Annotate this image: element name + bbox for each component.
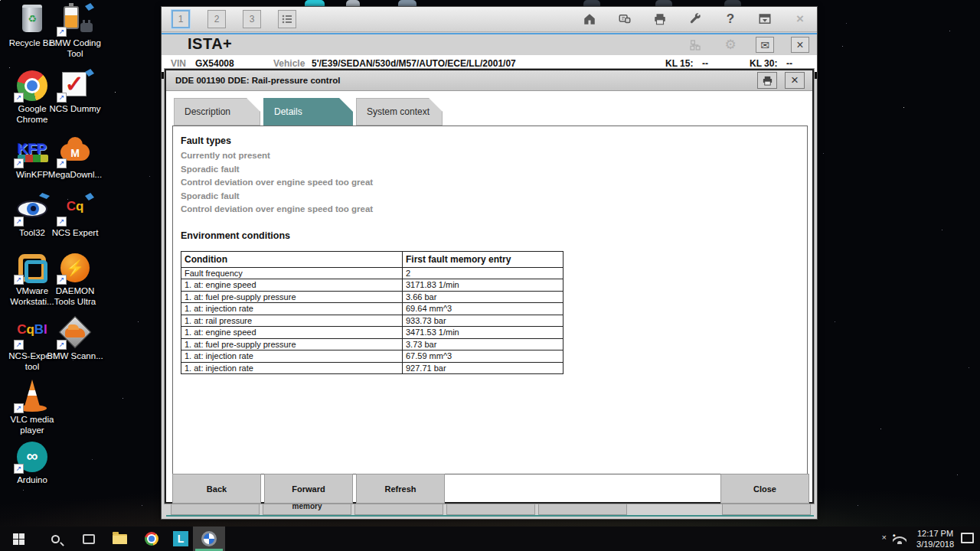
- flowchart-icon: [689, 39, 701, 51]
- list-icon: [282, 14, 292, 24]
- window-download-icon: [758, 12, 772, 26]
- desktop-icon-label: BMW Scann...: [44, 351, 106, 362]
- window-accent-border: [166, 515, 814, 517]
- table-row: 1. at: fuel pre-supply pressure3.66 bar: [181, 291, 564, 303]
- dialog-close-button[interactable]: ×: [785, 72, 805, 89]
- table-row: 1. at: fuel pre-supply pressure3.73 bar: [181, 338, 564, 350]
- settings-button-disabled: ⚙: [721, 37, 740, 53]
- tray-close-icon[interactable]: ×: [882, 533, 887, 542]
- search-button[interactable]: [40, 527, 70, 551]
- help-button[interactable]: ?: [721, 10, 740, 28]
- device-connection-icon: [618, 12, 632, 26]
- tab-description[interactable]: Description: [174, 98, 260, 126]
- taskbar-clock[interactable]: 12:17 PM 3/19/2018: [916, 528, 954, 549]
- plug-icon: [80, 23, 93, 32]
- fault-details-dialog: DDE 001190 DDE: Rail-pressure control × …: [165, 69, 814, 504]
- tab-details[interactable]: Details: [263, 98, 353, 126]
- dialog-content: Fault types Currently not present Sporad…: [172, 126, 808, 474]
- gear-icon: ⚙: [724, 37, 736, 53]
- message-button[interactable]: ✉: [756, 37, 774, 53]
- shortcut-arrow-icon: ↗: [14, 93, 24, 103]
- desktop-icon-label: VLC media player: [2, 415, 63, 435]
- ista-taskbar-button-active[interactable]: [193, 527, 225, 551]
- shortcut-arrow-icon: ↗: [57, 275, 67, 285]
- column-header-entry: First fault memory entry: [403, 251, 564, 267]
- chrome-icon: [145, 532, 158, 546]
- table-row: 1. at: injection rate67.59 mm^3: [181, 350, 564, 363]
- desktop-icon-bmw-scanner[interactable]: ↗ BMW Scann...: [44, 316, 106, 362]
- desktop-icon-label: BMW Coding Tool: [44, 38, 106, 59]
- shortcut-arrow-icon: ↗: [57, 340, 67, 350]
- search-icon: [51, 535, 60, 543]
- app-title: ISTA+: [188, 35, 232, 53]
- shortcut-arrow-icon: ↗: [14, 217, 24, 227]
- shortcut-arrow-icon: ↗: [57, 158, 67, 168]
- desktop-icon-label: Arduino: [2, 475, 63, 486]
- forward-button[interactable]: Forward: [264, 474, 353, 504]
- taskbar: L × * 12:17 PM 3/19/2018: [0, 527, 980, 551]
- environment-heading: Environment conditions: [181, 230, 807, 241]
- close-icon: ×: [796, 11, 804, 27]
- desktop-icon-arduino[interactable]: ∞ ↗ Arduino: [2, 440, 63, 486]
- home-button[interactable]: [580, 10, 599, 28]
- nav-button-1[interactable]: 1: [172, 10, 190, 28]
- fault-types-heading: Fault types: [181, 135, 807, 146]
- notification-center-icon[interactable]: [961, 533, 974, 543]
- operations-list-button[interactable]: [278, 10, 296, 28]
- shortcut-arrow-icon: ↗: [14, 158, 24, 168]
- desktop-icon-label: NCS Expert: [44, 228, 106, 239]
- minimize-data-button[interactable]: [756, 10, 774, 28]
- file-explorer-button[interactable]: [104, 527, 135, 551]
- recycle-bin-icon: ♻: [22, 5, 42, 32]
- table-row: 1. at: engine speed3171.83 1/min: [181, 279, 564, 292]
- dialog-titlebar: DDE 001190 DDE: Rail-pressure control ×: [166, 70, 812, 91]
- shortcut-arrow-icon: ↗: [14, 403, 24, 413]
- printer-icon: [762, 75, 773, 86]
- tab-system-context[interactable]: System context: [356, 98, 443, 126]
- desktop-icon-ncs-dummy[interactable]: ✓ ↗ NCS Dummy: [44, 69, 106, 115]
- wrench-icon: [688, 12, 702, 26]
- desktop-icon-ncs-expert[interactable]: Cq ↗ NCS Expert: [44, 193, 106, 239]
- desktop-icon-bmw-coding-tool[interactable]: ↗ BMW Coding Tool: [44, 3, 106, 59]
- shortcut-arrow-icon: ↗: [57, 93, 67, 103]
- nav-button-2[interactable]: 2: [207, 10, 226, 28]
- wifi-icon[interactable]: *: [893, 534, 906, 544]
- battery-icon: [64, 6, 79, 29]
- service-functions-button[interactable]: [686, 10, 704, 28]
- back-button[interactable]: Back: [172, 474, 261, 504]
- desktop-icon-vlc[interactable]: ↗ VLC media player: [2, 380, 63, 435]
- table-row: Fault frequency2: [181, 267, 564, 279]
- dialog-print-button[interactable]: [757, 72, 777, 89]
- chrome-taskbar-button[interactable]: [136, 527, 167, 551]
- fault-type-item: Control deviation over engine speed too …: [181, 203, 807, 217]
- table-row: 1. at: injection rate69.64 mm^3: [181, 303, 564, 315]
- shortcut-arrow-icon: ↗: [14, 464, 24, 474]
- task-view-button[interactable]: [74, 527, 104, 551]
- desktop-icon-label: NCS Dummy: [44, 104, 106, 115]
- desktop-icon-megadownloader[interactable]: M ↗ MegaDownl...: [44, 135, 106, 181]
- print-button[interactable]: [651, 10, 669, 28]
- close-button[interactable]: Close: [720, 474, 809, 504]
- connection-manager-button[interactable]: [616, 10, 634, 28]
- help-icon: ?: [727, 11, 734, 27]
- l-app-taskbar-button[interactable]: L: [165, 527, 196, 551]
- desktop: { "glyphs": { "recycle": "♻", "shortcut_…: [0, 0, 980, 551]
- clock-time: 12:17 PM: [916, 528, 954, 539]
- start-button[interactable]: [3, 527, 34, 551]
- desktop-icon-daemon-tools[interactable]: ⚡ ↗ DAEMON Tools Ultra: [44, 251, 106, 307]
- app-header: ISTA+ ⚙ ✉ ×: [162, 33, 817, 54]
- environment-conditions-table: Condition First fault memory entry Fault…: [181, 251, 564, 375]
- close-icon: ×: [791, 73, 799, 88]
- close-icon: ×: [796, 38, 803, 52]
- refresh-button[interactable]: Refresh: [356, 474, 445, 504]
- fault-types-list: Currently not present Sporadic fault Con…: [181, 149, 807, 217]
- system-context-button-disabled: [686, 37, 704, 53]
- envelope-icon: ✉: [760, 39, 769, 51]
- shortcut-arrow-icon: ↗: [57, 27, 67, 37]
- close-session-button[interactable]: ×: [791, 37, 809, 53]
- shortcut-arrow-icon: ↗: [14, 340, 24, 350]
- table-row: 1. at: rail pressure933.73 bar: [181, 315, 564, 327]
- desktop-icon-label: DAEMON Tools Ultra: [44, 286, 106, 307]
- nav-button-3[interactable]: 3: [243, 10, 261, 28]
- bmw-roundel-icon: [201, 531, 217, 546]
